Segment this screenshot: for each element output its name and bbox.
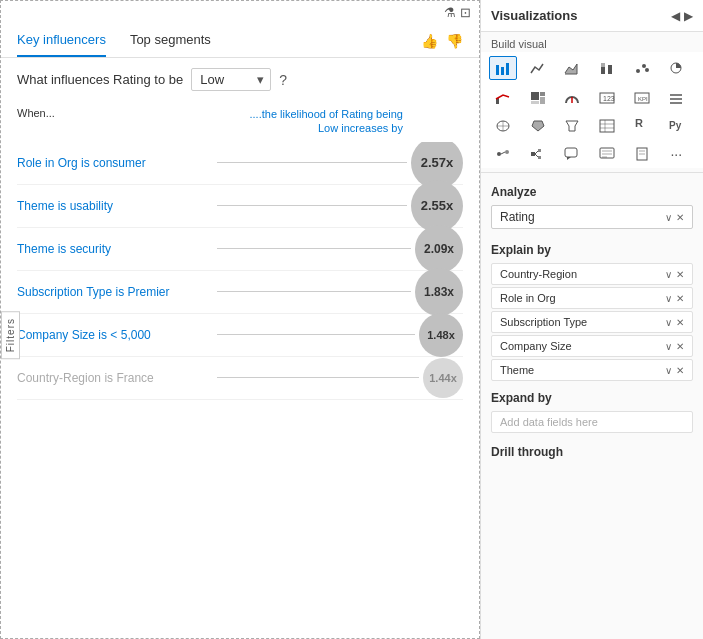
explain-field-label-company: Company Size	[500, 340, 572, 352]
tab-top-segments[interactable]: Top segments	[130, 24, 211, 57]
influencer-item-5[interactable]: Company Size is < 5,000 1.48x	[17, 314, 463, 357]
chart-icon-slicer[interactable]	[662, 86, 690, 110]
svg-rect-40	[538, 156, 541, 159]
analyze-x-icon[interactable]: ✕	[676, 212, 684, 223]
help-icon[interactable]: ?	[279, 72, 287, 88]
chart-icon-area[interactable]	[558, 56, 586, 80]
analyze-field-value: Rating	[500, 210, 535, 224]
analyze-field-dropdown[interactable]: Rating ∨ ✕	[491, 205, 693, 229]
svg-rect-2	[506, 63, 509, 75]
analyze-chevron-icon: ∨	[665, 212, 672, 223]
expand-icon[interactable]: ⊡	[460, 5, 471, 20]
thumbs-up-icon[interactable]: 👍	[421, 33, 438, 49]
bar-container-4: 1.83x	[217, 291, 463, 293]
svg-point-35	[505, 150, 509, 154]
analyze-label: Analyze	[491, 185, 693, 199]
influencer-item-2[interactable]: Theme is usability 2.55x	[17, 185, 463, 228]
explain-field-theme[interactable]: Theme ∨ ✕	[491, 359, 693, 381]
chart-icon-combo[interactable]	[489, 86, 517, 110]
rating-dropdown[interactable]: Low	[191, 68, 271, 91]
viz-title: Visualizations	[491, 8, 577, 23]
chart-icon-pie[interactable]	[662, 56, 690, 80]
chart-icon-line[interactable]	[524, 56, 552, 80]
question-row: What influences Rating to be Low ?	[1, 58, 479, 101]
explain-field-label-country: Country-Region	[500, 268, 577, 280]
svg-point-7	[642, 64, 646, 68]
explain-x-theme[interactable]: ✕	[676, 365, 684, 376]
divider-1	[481, 172, 703, 173]
filters-tab[interactable]: Filters	[1, 311, 20, 359]
svg-line-37	[535, 151, 538, 154]
svg-rect-4	[601, 63, 605, 67]
explain-field-country-region[interactable]: Country-Region ∨ ✕	[491, 263, 693, 285]
svg-marker-26	[566, 121, 578, 131]
svg-rect-5	[608, 65, 612, 74]
svg-rect-39	[538, 149, 541, 152]
nav-right-icon[interactable]: ▶	[684, 9, 693, 23]
explain-x-subscription[interactable]: ✕	[676, 317, 684, 328]
svg-text:123: 123	[603, 95, 615, 102]
analyze-section: Analyze Rating ∨ ✕	[481, 177, 703, 239]
col-when-header: When...	[17, 107, 237, 136]
svg-line-38	[535, 154, 538, 157]
chart-icon-kpi[interactable]: KPI	[628, 86, 656, 110]
bar-container-6: 1.44x	[217, 377, 463, 379]
chart-icon-map[interactable]	[489, 114, 517, 138]
chart-icon-gauge[interactable]	[558, 86, 586, 110]
thumbs-down-icon[interactable]: 👎	[446, 33, 463, 49]
svg-rect-41	[565, 148, 577, 157]
build-visual-label: Build visual	[481, 32, 703, 52]
svg-rect-3	[601, 67, 605, 74]
explain-x-role[interactable]: ✕	[676, 293, 684, 304]
chart-icon-funnel[interactable]	[558, 114, 586, 138]
chart-icon-bar[interactable]	[489, 56, 517, 80]
influencer-item-3[interactable]: Theme is security 2.09x	[17, 228, 463, 271]
bubble-5: 1.48x	[419, 313, 463, 357]
chart-icon-key-influencer[interactable]	[489, 142, 517, 166]
chart-icon-scatter[interactable]	[628, 56, 656, 80]
chart-icon-treemap[interactable]	[524, 86, 552, 110]
chart-icon-matrix[interactable]: R	[628, 114, 656, 138]
influencer-item-6[interactable]: Country-Region is France 1.44x	[17, 357, 463, 400]
viz-nav-arrows: ◀ ▶	[671, 9, 693, 23]
drill-through-label: Drill through	[491, 445, 693, 459]
explain-field-subscription[interactable]: Subscription Type ∨ ✕	[491, 311, 693, 333]
bar-line-5	[217, 334, 415, 335]
explain-field-role[interactable]: Role in Org ∨ ✕	[491, 287, 693, 309]
influencer-item-4[interactable]: Subscription Type is Premier 1.83x	[17, 271, 463, 314]
bubble-3: 2.09x	[415, 225, 463, 273]
bar-container-5: 1.48x	[217, 334, 463, 336]
chart-icon-filled-map[interactable]	[524, 114, 552, 138]
explain-chevron-subscription: ∨	[665, 317, 672, 328]
svg-rect-14	[531, 101, 539, 104]
right-panel: Visualizations ◀ ▶ Build visual	[480, 0, 703, 639]
svg-line-34	[501, 152, 505, 154]
explain-x-company[interactable]: ✕	[676, 341, 684, 352]
explain-chevron-country: ∨	[665, 269, 672, 280]
svg-point-6	[636, 69, 640, 73]
filter-icon[interactable]: ⚗	[444, 5, 456, 20]
explain-field-company-size[interactable]: Company Size ∨ ✕	[491, 335, 693, 357]
chart-icon-more[interactable]: ···	[662, 142, 690, 166]
chart-icon-decomp-tree[interactable]	[524, 142, 552, 166]
explain-x-country[interactable]: ✕	[676, 269, 684, 280]
chart-icon-qa[interactable]	[558, 142, 586, 166]
tab-key-influencers[interactable]: Key influencers	[17, 24, 106, 57]
bar-line-2	[217, 205, 407, 206]
svg-text:KPI: KPI	[638, 96, 648, 102]
chart-icon-paginated-report[interactable]	[628, 142, 656, 166]
bar-container-2: 2.55x	[217, 205, 463, 207]
chart-icon-card[interactable]: 123	[593, 86, 621, 110]
svg-point-33	[497, 152, 501, 156]
chart-icon-stacked-bar[interactable]	[593, 56, 621, 80]
drill-through-section: Drill through	[481, 441, 703, 469]
explain-field-label-subscription: Subscription Type	[500, 316, 587, 328]
nav-left-icon[interactable]: ◀	[671, 9, 680, 23]
influencer-item-1[interactable]: Role in Org is consumer 2.57x	[17, 142, 463, 185]
chart-icon-python[interactable]: Py	[662, 114, 690, 138]
chart-icon-table[interactable]	[593, 114, 621, 138]
chart-icon-smart-narrative[interactable]	[593, 142, 621, 166]
question-prefix: What influences Rating to be	[17, 72, 183, 87]
bubble-2: 2.55x	[411, 180, 463, 232]
explain-by-section: Explain by Country-Region ∨ ✕ Role in Or…	[481, 239, 703, 387]
